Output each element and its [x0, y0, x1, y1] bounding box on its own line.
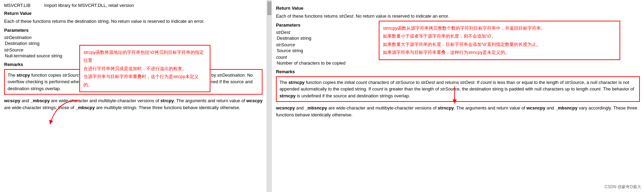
- left-remarks-italic2: strDestination: [217, 73, 245, 78]
- left-remarks2: wcscpy and _mbscpy are wide-character an…: [4, 97, 262, 111]
- right-rv-text2: . No return value is reserved to indicat…: [353, 13, 449, 19]
- right-r2-bold2: _mbsncpy: [305, 105, 327, 111]
- right-popup-box: strncpy函数从源字符串拷贝整数个数的字符到目标字符串中，并返回目标字符串。…: [379, 21, 620, 60]
- left-parameters-title: Parameters: [4, 28, 262, 33]
- right-remarks-strsource2: strSource: [565, 80, 584, 85]
- left-r2-bold4: wcscpy: [246, 98, 262, 103]
- scrollbar-thumb[interactable]: [267, 1, 271, 15]
- right-popup-line3: 如果数量大于源字符串的长度，目标字符串会添加'\0'直到指定数量的长度为止。: [383, 40, 616, 48]
- left-r2-t1: and: [20, 98, 30, 103]
- right-return-value-text: Each of these functions returns strDest.…: [276, 13, 640, 20]
- right-remarks-strncpy1: strncpy: [288, 80, 305, 85]
- left-param1-name: strDestination: [4, 35, 262, 40]
- right-r2-t1: and: [295, 105, 305, 111]
- left-r2-t5: are multibyte strings. These three funct…: [95, 105, 240, 110]
- left-remarks-italic1: strSource: [62, 73, 82, 78]
- right-popup-arrow: [441, 83, 468, 111]
- left-r2-t3: . The arguments and return value of: [174, 98, 246, 103]
- right-remarks-count1: count: [356, 80, 367, 85]
- right-popup-line1: strncpy函数从源字符串拷贝整数个数的字符到目标字符串中，并返回目标字符串。: [383, 24, 616, 32]
- left-return-value-text: Each of these functions returns the dest…: [4, 18, 262, 25]
- right-remarks-strdest1: strDest: [421, 80, 435, 85]
- right-remarks-strsource1: strSource: [395, 80, 415, 85]
- left-remarks-t1: function copies: [30, 73, 62, 78]
- left-panel: MSVCRT.LIB Import library for MSVCRT.DLL…: [0, 0, 267, 192]
- right-param3-desc: Number of characters to be copied: [276, 60, 640, 66]
- right-remarks-count2: count: [480, 80, 492, 85]
- right-remarks-count4: count: [589, 86, 601, 92]
- msvcrt-header: MSVCRT.LIB Import library for MSVCRT.DLL…: [4, 3, 262, 8]
- right-r2-bold5: _mbsncpy: [555, 105, 577, 111]
- left-remarks-bold1: strcpy: [17, 73, 30, 78]
- right-r2-t2: are wide-character and multibyte-charact…: [327, 105, 438, 111]
- scrollbar-middle[interactable]: [267, 0, 272, 192]
- right-remarks-strncpy2: strncpy: [279, 93, 296, 98]
- right-remarks-count3: count: [372, 86, 383, 92]
- left-popup-arrow: [47, 97, 85, 131]
- left-return-value-title: Return Value: [4, 11, 262, 16]
- left-popup-box: strcpy函数将源地址的字符串包括'\0'拷贝到目标字符串的指定位置 在进行字…: [79, 45, 210, 92]
- right-r2-bold4: wcsncpy: [526, 105, 545, 111]
- right-rv-italic: strDest: [339, 13, 353, 19]
- watermark: CSDN @蒙奇D索大: [605, 184, 641, 190]
- right-r2-bold1: wcsncpy: [276, 105, 295, 111]
- right-popup-line4: 如果源字符串与目标字符串重叠，这种行为strncpy是未定义的。: [383, 48, 616, 56]
- msvcrt-lib-label: MSVCRT.LIB: [4, 3, 30, 8]
- msvcrt-lib-desc: Import library for MSVCRT.DLL, retail ve…: [44, 3, 134, 8]
- right-panel: Return Value Each of these functions ret…: [272, 0, 644, 192]
- page-container: MSVCRT.LIB Import library for MSVCRT.DLL…: [0, 0, 644, 192]
- left-r2-bold3: strcpy: [160, 98, 174, 103]
- right-return-value-title: Return Value: [276, 6, 640, 11]
- left-r2-bold1: wcscpy: [4, 98, 20, 103]
- right-remarks-title: Remarks: [276, 69, 640, 74]
- left-popup-line3: 当源字符串与目标字符串重叠时，这个行为是strcpy未定义的。: [83, 73, 206, 89]
- right-r2-t4: and: [545, 105, 555, 111]
- right-popup-line2: 如果数量小于或者等于源字符串的长度，则不会追加'\0'。: [383, 32, 616, 40]
- left-popup-line1: strcpy函数将源地址的字符串包括'\0'拷贝到目标字符串的指定位置: [83, 48, 206, 65]
- left-remarks-prefix: The: [8, 73, 17, 78]
- left-popup-line2: 在进行字符串拷贝或是追加时，不进行溢出的检查。: [83, 65, 206, 73]
- right-rv-prefix: Each of these functions returns: [276, 13, 339, 19]
